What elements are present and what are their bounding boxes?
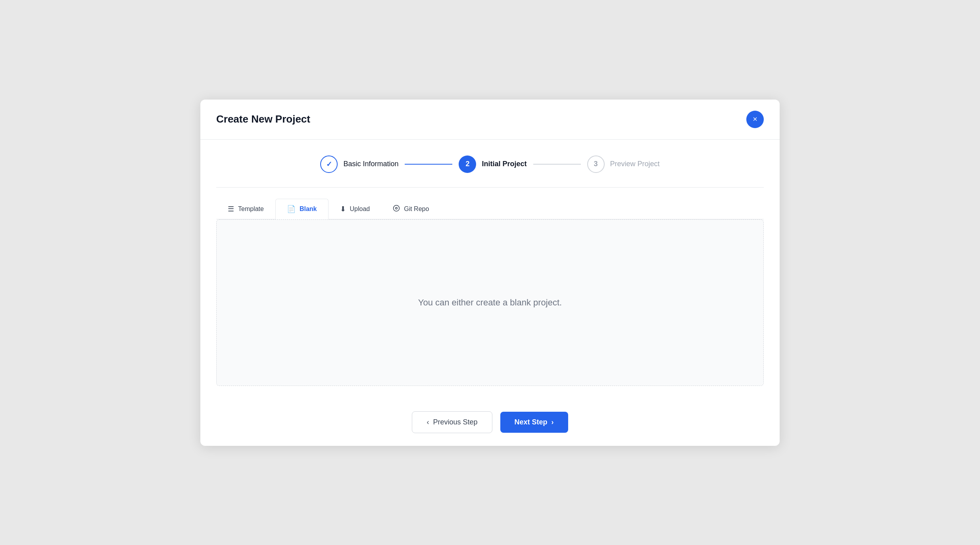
upload-icon: ⬇ <box>340 205 346 213</box>
step-circle-basic-information: ✓ <box>320 155 338 173</box>
previous-step-label: Previous Step <box>433 418 477 426</box>
blank-content-message: You can either create a blank project. <box>418 297 562 308</box>
content-area: You can either create a blank project. <box>216 219 764 386</box>
prev-chevron-icon: ‹ <box>427 418 429 426</box>
stepper: ✓ Basic Information 2 Initial Project 3 <box>216 155 764 173</box>
create-project-modal: Create New Project × ✓ Basic Information… <box>200 100 780 446</box>
modal-footer: ‹ Previous Step Next Step › <box>200 399 780 446</box>
tab-git-repo-label: Git Repo <box>404 205 429 213</box>
next-step-label: Next Step <box>515 418 548 426</box>
close-button[interactable]: × <box>746 111 764 128</box>
step-circle-preview-project: 3 <box>587 155 605 173</box>
step-connector-1 <box>405 164 452 165</box>
template-icon: ☰ <box>228 205 234 213</box>
step-number-2: 2 <box>465 160 469 168</box>
step-label-preview-project: Preview Project <box>610 160 660 168</box>
close-icon: × <box>753 115 757 124</box>
modal-body: ✓ Basic Information 2 Initial Project 3 <box>200 140 780 399</box>
step-number-3: 3 <box>594 160 598 168</box>
svg-point-0 <box>394 205 400 211</box>
step-preview-project: 3 Preview Project <box>587 155 660 173</box>
step-connector-2 <box>533 164 581 165</box>
tab-upload-label: Upload <box>350 205 370 213</box>
step-basic-information: ✓ Basic Information <box>320 155 398 173</box>
tab-template-label: Template <box>238 205 264 213</box>
step-circle-initial-project: 2 <box>459 155 476 173</box>
tab-blank[interactable]: 📄 Blank <box>275 199 329 219</box>
blank-icon: 📄 <box>287 205 296 213</box>
step-label-basic-information: Basic Information <box>343 160 398 168</box>
step-checkmark-icon: ✓ <box>326 160 332 169</box>
step-label-initial-project: Initial Project <box>482 160 527 168</box>
next-step-button[interactable]: Next Step › <box>500 412 568 433</box>
modal-title: Create New Project <box>216 113 310 125</box>
tab-bar: ☰ Template 📄 Blank ⬇ Upload Git Repo <box>216 199 764 219</box>
modal-header: Create New Project × <box>200 100 780 140</box>
next-chevron-icon: › <box>551 418 554 426</box>
tab-blank-label: Blank <box>300 205 317 213</box>
git-icon <box>393 205 400 214</box>
tab-template[interactable]: ☰ Template <box>216 199 275 219</box>
section-divider <box>216 187 764 188</box>
tab-upload[interactable]: ⬇ Upload <box>329 199 382 219</box>
previous-step-button[interactable]: ‹ Previous Step <box>412 411 492 433</box>
svg-point-1 <box>396 207 398 209</box>
step-initial-project: 2 Initial Project <box>459 155 527 173</box>
tab-git-repo[interactable]: Git Repo <box>381 199 440 219</box>
